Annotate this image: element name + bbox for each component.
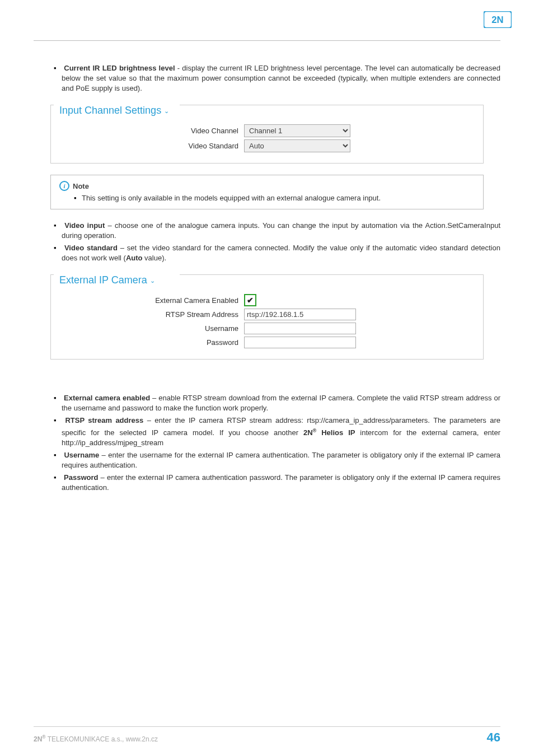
bullet-video-standard-title: Video standard [64,244,118,252]
bullet-video-standard: Video standard – set the video standard … [62,243,500,263]
external-camera-enabled-checkbox[interactable]: ✔ [244,294,256,306]
bullet-rtsp-stream-address: RTSP stream address – enter the IP camer… [62,416,500,448]
bullet-password-text: – enter the external IP camera authentic… [62,473,500,492]
info-icon: i [59,181,69,191]
bullet-username-text: – enter the username for the external IP… [62,451,500,469]
password-input[interactable] [244,337,356,348]
input-channel-settings-box: Input Channel Settings ⌄ Video Channel C… [50,105,484,164]
bullet-rtsp-2n: 2N [303,428,313,437]
password-label: Password [59,338,244,347]
chevron-down-icon: ⌄ [150,277,155,284]
header-divider [34,40,500,41]
bullet-username: Username – enter the username for the ex… [62,450,500,470]
note-box: i Note This setting is only available in… [50,175,484,209]
bullet-video-input: Video input – choose one of the analogue… [62,221,500,241]
bullet-external-camera-enabled: External camera enabled – enable RTSP st… [62,393,500,413]
footer-left: 2N® TELEKOMUNIKACE a.s., www.2n.cz [34,734,158,743]
note-text: This setting is only available in the mo… [82,193,475,203]
note-label: Note [73,182,89,190]
external-ip-camera-box: External IP Camera ⌄ External Camera Ena… [50,274,484,360]
video-standard-select[interactable]: Auto [244,139,350,152]
video-channel-select[interactable]: Channel 1 [244,124,350,137]
video-standard-label: Video Standard [59,142,244,150]
bullet-external-camera-enabled-title: External camera enabled [64,394,150,402]
bullet-current-ir-led: Current IR LED brightness level - displa… [62,63,500,94]
rtsp-stream-address-input[interactable] [244,309,356,320]
input-channel-settings-legend: Input Channel Settings ⌄ [59,105,174,116]
brand-logo: 2N [484,11,512,30]
bullet-rtsp-helios: Helios IP [316,428,355,437]
chevron-down-icon: ⌄ [164,108,169,114]
username-label: Username [59,324,244,333]
rtsp-stream-address-label: RTSP Stream Address [59,310,244,319]
page-number: 46 [487,730,500,745]
bullet-video-standard-auto: Auto [126,254,143,262]
bullet-current-ir-led-title: Current IR LED brightness level [64,64,175,72]
svg-text:2N: 2N [491,15,503,25]
bullet-video-input-text: – choose one of the analogue camera inpu… [62,221,500,240]
external-camera-enabled-label: External Camera Enabled [59,296,244,305]
bullet-rtsp-title: RTSP stream address [65,416,143,424]
bullet-username-title: Username [64,451,99,459]
username-input[interactable] [244,323,356,334]
bullet-video-input-title: Video input [64,221,105,230]
page-footer: 2N® TELEKOMUNIKACE a.s., www.2n.cz 46 [34,726,500,745]
external-ip-camera-legend: External IP Camera ⌄ [59,274,160,286]
video-channel-label: Video Channel [59,127,244,135]
bullet-password-title: Password [64,473,98,482]
bullet-video-standard-text-b: value). [143,254,167,262]
bullet-password: Password – enter the external IP camera … [62,473,500,493]
